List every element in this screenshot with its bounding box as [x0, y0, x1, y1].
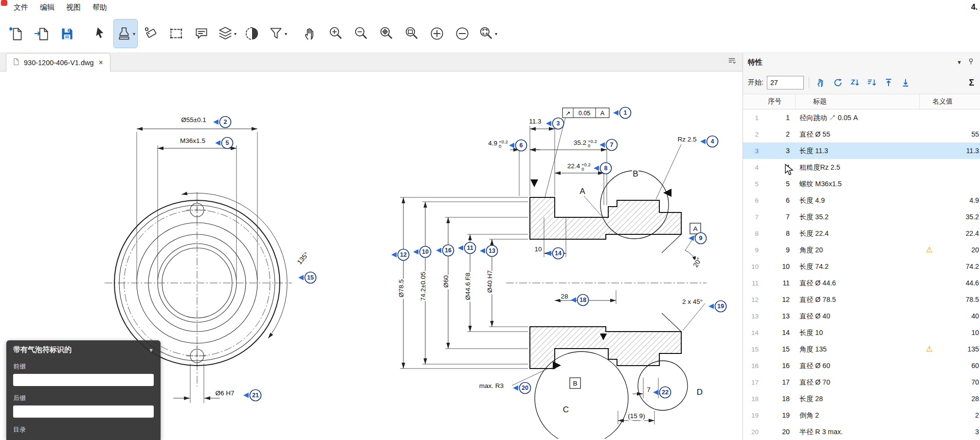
table-row[interactable]: 88长度 22.422.4 [743, 225, 980, 242]
balloon-15[interactable]: 15 [298, 272, 316, 283]
balloon-13[interactable]: 13 [480, 246, 498, 257]
table-row[interactable]: 99角度 20⚠20 [743, 242, 980, 258]
sum-button[interactable]: Σ [969, 78, 975, 88]
layers-button[interactable]: ▾ [215, 19, 238, 48]
table-row[interactable]: 1414长度 1010 [743, 324, 980, 341]
zoom-out-button[interactable] [349, 19, 373, 48]
start-input[interactable] [767, 76, 804, 89]
balloon-20[interactable]: 20 [513, 383, 531, 394]
version-fragment: 4. [971, 3, 978, 12]
balloon-stamp-button[interactable]: ▾ [114, 19, 137, 48]
table-row[interactable]: 1010长度 74.274.2 [743, 258, 980, 275]
document-tab[interactable]: 930-1200-406-V1.dwg × [6, 53, 110, 71]
svg-text:12: 12 [400, 251, 407, 258]
balloon-1[interactable]: 1 [613, 107, 631, 119]
zoom-fit-button[interactable]: ▾ [476, 19, 499, 48]
table-row[interactable]: 1313直径 Ø 4040 [743, 308, 980, 324]
prefix-input[interactable] [13, 374, 154, 386]
balloon-18[interactable]: 18 [571, 295, 589, 306]
balloon-22[interactable]: 22 [653, 387, 671, 398]
balloon-number: 7 [764, 213, 796, 221]
row-index: 13 [743, 313, 764, 320]
minus-circle-button[interactable] [451, 19, 474, 48]
menu-help[interactable]: 帮助 [87, 1, 113, 14]
chevron-down-icon[interactable]: ▾ [234, 31, 236, 36]
tab-list-button[interactable] [726, 55, 738, 67]
suffix-input[interactable] [13, 405, 154, 418]
table-row[interactable]: 1212直径 Ø 78.578.5 [743, 291, 980, 308]
move-top-button[interactable] [882, 76, 896, 89]
save-button[interactable] [55, 19, 79, 48]
table-row[interactable]: 1616直径 Ø 6060 [743, 357, 980, 374]
zoom-target-button[interactable] [375, 19, 398, 48]
table-row[interactable]: 33长度 11.311.3 [743, 142, 980, 159]
filter-button[interactable]: ▾ [266, 19, 289, 48]
zoom-window-button[interactable] [400, 19, 423, 48]
svg-text:14: 14 [555, 250, 562, 257]
new-file-button[interactable] [5, 19, 28, 48]
chevron-down-icon[interactable]: ▼ [148, 347, 154, 353]
pan-button[interactable] [299, 19, 322, 48]
menu-edit[interactable]: 编辑 [34, 1, 60, 14]
table-row[interactable]: 77长度 35.235.2 [743, 209, 980, 225]
table-row[interactable]: 22直径 Ø 5555 [743, 126, 980, 142]
balloon-4[interactable]: 4 [700, 136, 718, 147]
svg-text:8: 8 [604, 165, 608, 172]
balloon-21[interactable]: 21 [243, 390, 261, 401]
balloon-19[interactable]: 19 [708, 301, 726, 312]
svg-text:10: 10 [534, 246, 542, 253]
balloon-2[interactable]: 2 [213, 117, 231, 128]
pick-balloon-button[interactable] [814, 76, 828, 89]
balloon-3[interactable]: 3 [546, 118, 564, 129]
zoom-in-button[interactable] [324, 19, 347, 48]
sort-z-button[interactable] [848, 76, 862, 89]
chevron-down-icon[interactable]: ▾ [285, 31, 287, 36]
dim-label: Ø60 [442, 275, 450, 288]
tag-button[interactable] [139, 19, 163, 48]
table-row[interactable]: 55螺纹 M36x1.5 [743, 176, 980, 192]
sort-order-button[interactable] [865, 76, 879, 89]
table-row[interactable]: 1717直径 Ø 7070 [743, 374, 980, 390]
balloon-6[interactable]: 6 [509, 140, 527, 151]
table-row[interactable]: 1111直径 Ø 44.644.6 [743, 275, 980, 291]
dim-label: 7 [647, 386, 651, 393]
menu-view[interactable]: 视图 [60, 1, 87, 14]
balloon-9[interactable]: 9 [689, 233, 707, 244]
toolbar: ▾▾▾▾ [0, 15, 980, 53]
balloon-10[interactable]: 10 [413, 246, 431, 258]
svg-text:22: 22 [662, 389, 669, 396]
select-button[interactable] [89, 19, 112, 48]
comment-button[interactable] [190, 19, 213, 48]
balloon-5[interactable]: 5 [215, 138, 233, 149]
balloon-7[interactable]: 7 [599, 140, 617, 151]
svg-text:Rz 2.5: Rz 2.5 [677, 136, 696, 143]
table-row[interactable]: 66长度 4.94.9 [743, 192, 980, 209]
compare-button[interactable] [240, 19, 264, 48]
renumber-button[interactable] [831, 76, 845, 89]
panel-collapse-icon[interactable]: ▼ [957, 59, 962, 65]
table-row[interactable]: 1818长度 2828 [743, 390, 980, 407]
tab-close-button[interactable]: × [98, 58, 104, 67]
table-row[interactable]: 2020半径 R 3 max.3 [743, 423, 980, 440]
balloon-14[interactable]: 14 [546, 248, 564, 259]
chevron-down-icon[interactable]: ▾ [133, 31, 135, 36]
balloon-11[interactable]: 11 [458, 243, 476, 254]
dim-label: B [633, 169, 638, 178]
pin-icon[interactable] [967, 57, 975, 67]
marquee-button[interactable] [164, 19, 188, 48]
plus-circle-button[interactable] [425, 19, 449, 48]
balloon-16[interactable]: 16 [436, 245, 454, 256]
table-row[interactable]: 11径向跳动 ↗ 0.05 A [743, 109, 980, 126]
chevron-down-icon[interactable]: ▾ [495, 31, 497, 36]
table-row[interactable]: 44粗糙度Rz 2.5 [743, 159, 980, 176]
move-bottom-button[interactable] [899, 76, 913, 89]
open-file-button[interactable] [30, 19, 54, 48]
balloon-12[interactable]: 12 [391, 249, 409, 261]
balloon-8[interactable]: 8 [594, 163, 612, 174]
menu-bar: 文件编辑视图帮助 [0, 0, 980, 15]
table-row[interactable]: 1515角度 135⚠135 [743, 341, 980, 357]
table-row[interactable]: 1919倒角 22 [743, 407, 980, 423]
svg-text:35.2: 35.2 [574, 139, 586, 146]
svg-text:22.4: 22.4 [567, 162, 581, 170]
menu-file[interactable]: 文件 [8, 1, 34, 14]
